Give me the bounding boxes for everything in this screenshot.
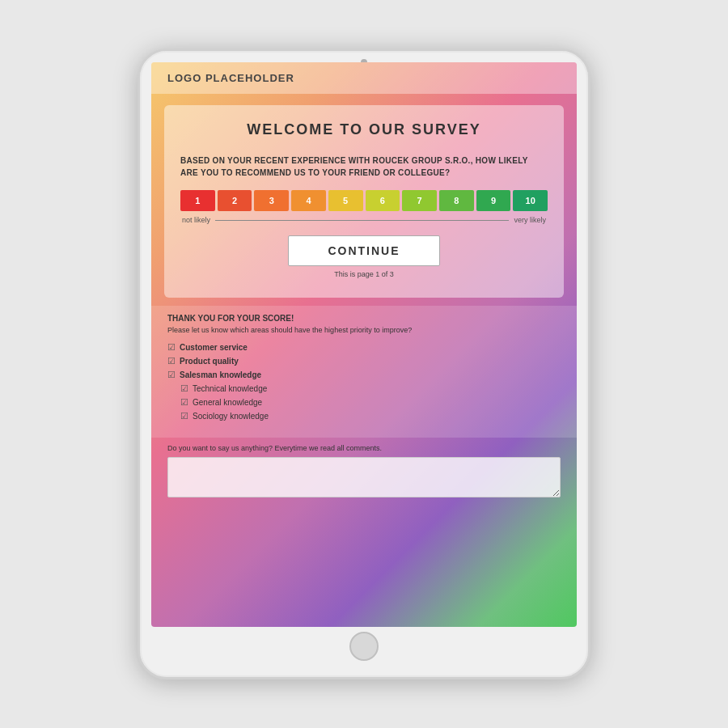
comment-question: Do you want to say us anything? Everytim… (167, 444, 561, 452)
logo-text: LOGO PLACEHOLDER (167, 72, 294, 84)
label-not-likely: not likely (182, 216, 210, 224)
rating-row: 12345678910 (180, 190, 548, 211)
comment-section: Do you want to say us anything? Everytim… (151, 438, 577, 512)
checkbox-item[interactable]: ☑Technical knowledge (167, 383, 561, 394)
thank-you-subtitle: Please let us know which areas should ha… (167, 326, 561, 334)
rating-cell-8[interactable]: 8 (439, 190, 474, 211)
checkbox-icon: ☑ (167, 342, 176, 353)
rating-cell-4[interactable]: 4 (291, 190, 326, 211)
logo-bar: LOGO PLACEHOLDER (151, 62, 577, 94)
survey-card: WELCOME TO OUR SURVEY BASED ON YOUR RECE… (164, 105, 564, 298)
page-indicator: This is page 1 of 3 (334, 270, 394, 278)
continue-button[interactable]: CONTINUE (288, 235, 439, 266)
checkbox-label: Customer service (180, 343, 248, 352)
checkbox-icon: ☑ (180, 397, 188, 408)
survey-title: WELCOME TO OUR SURVEY (180, 121, 548, 138)
checkbox-item[interactable]: ☑Customer service (167, 342, 561, 353)
comment-input[interactable] (167, 457, 561, 497)
checkbox-item[interactable]: ☑Salesman knowledge (167, 370, 561, 380)
checkbox-item[interactable]: ☑Sociology knowledge (167, 411, 561, 421)
rating-cell-1[interactable]: 1 (180, 190, 215, 211)
label-very-likely: very likely (514, 216, 546, 224)
tablet-device: LOGO PLACEHOLDER WELCOME TO OUR SURVEY B… (138, 49, 590, 679)
checkbox-icon: ☑ (167, 370, 176, 380)
home-button[interactable] (349, 632, 379, 661)
checkbox-list: ☑Customer service☑Product quality☑Salesm… (167, 342, 561, 421)
rating-cell-3[interactable]: 3 (254, 190, 289, 211)
checkbox-item[interactable]: ☑General knowledge (167, 397, 561, 408)
thank-you-section: THANK YOU FOR YOUR SCORE! Please let us … (151, 306, 577, 438)
checkbox-label: Sociology knowledge (193, 412, 269, 421)
checkbox-label: Product quality (180, 357, 239, 366)
rating-labels: not likely very likely (180, 216, 548, 224)
rating-cell-5[interactable]: 5 (328, 190, 363, 211)
tablet-screen: LOGO PLACEHOLDER WELCOME TO OUR SURVEY B… (151, 62, 577, 627)
rating-cell-7[interactable]: 7 (402, 190, 437, 211)
checkbox-label: General knowledge (193, 398, 262, 407)
rating-cell-2[interactable]: 2 (218, 190, 252, 211)
checkbox-item[interactable]: ☑Product quality (167, 356, 561, 366)
continue-section: CONTINUE This is page 1 of 3 (180, 224, 548, 285)
checkbox-icon: ☑ (180, 383, 188, 394)
screen-content: LOGO PLACEHOLDER WELCOME TO OUR SURVEY B… (151, 62, 577, 627)
checkbox-icon: ☑ (167, 356, 176, 366)
rating-cell-9[interactable]: 9 (476, 190, 511, 211)
thank-you-title: THANK YOU FOR YOUR SCORE! (167, 314, 561, 323)
checkbox-label: Salesman knowledge (180, 370, 261, 379)
survey-question: BASED ON YOUR RECENT EXPERIENCE WITH ROU… (180, 154, 548, 179)
checkbox-label: Technical knowledge (193, 384, 267, 393)
rating-cell-6[interactable]: 6 (366, 190, 400, 211)
rating-cell-10[interactable]: 10 (513, 190, 548, 211)
divider-line (215, 220, 509, 221)
checkbox-icon: ☑ (180, 411, 188, 421)
